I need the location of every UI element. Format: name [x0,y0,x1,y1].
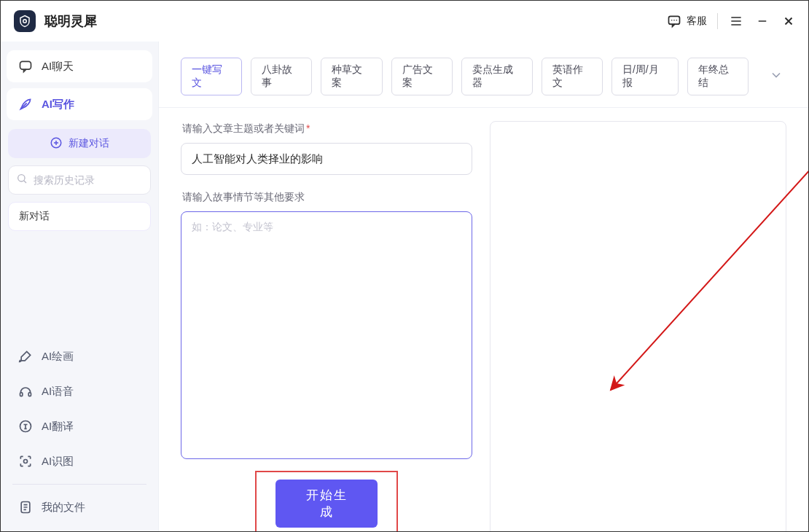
customer-service-label: 客服 [687,15,707,28]
new-chat-button[interactable]: 新建对话 [8,129,151,158]
tab-label: 年终总结 [698,63,729,88]
detail-textarea[interactable] [181,211,472,459]
search-icon [16,173,28,187]
sidebar-tool-label: 我的文件 [42,501,85,515]
tab-ad-copy[interactable]: 广告文案 [391,58,453,95]
submit-highlight-box: 开始生成 [255,471,398,532]
svg-point-11 [24,460,28,463]
main: AI聊天 AI写作 新建对话 [1,42,808,531]
content-columns: 请输入文章主题或者关键词* 请输入故事情节等其他要求 开始生成 [159,108,808,532]
brush-icon [18,349,33,364]
sidebar-tool-label: AI翻译 [42,420,74,434]
form-column: 请输入文章主题或者关键词* 请输入故事情节等其他要求 开始生成 [181,121,472,532]
expand-tabs-button[interactable] [766,65,786,88]
topic-input[interactable] [181,143,472,175]
topic-label: 请输入文章主题或者关键词* [182,122,472,136]
tab-english-essay[interactable]: 英语作文 [542,58,603,95]
sidebar-tool-label: AI识图 [42,455,74,469]
sidebar-item-write[interactable]: AI写作 [7,88,152,120]
search-input[interactable] [34,174,161,186]
search-history[interactable] [8,165,151,195]
template-tabs: 一键写文 八卦故事 种草文案 广告文案 卖点生成器 英语作文 日/周/月报 年终… [159,42,808,108]
titlebar-right: 客服 [666,13,797,29]
tab-report[interactable]: 日/周/月报 [611,58,679,95]
svg-rect-9 [28,393,31,396]
feather-icon [18,97,33,112]
titlebar-left: 聪明灵犀 [14,10,97,32]
customer-service-button[interactable]: 客服 [666,13,707,29]
svg-rect-5 [20,61,31,69]
plus-circle-icon [50,136,63,152]
tab-label: 一键写文 [192,63,222,88]
detail-label-text: 请输入故事情节等其他要求 [182,191,305,203]
preview-panel [490,121,786,532]
tab-label: 八卦故事 [262,63,292,88]
sidebar-tool-translate[interactable]: AI翻译 [7,411,152,442]
titlebar-divider [717,13,718,29]
svg-point-7 [18,175,25,181]
svg-point-0 [23,20,27,23]
sidebar-tool-label: AI绘画 [42,350,74,364]
tab-seed-copy[interactable]: 种草文案 [321,58,382,95]
sidebar-separator [12,484,146,485]
sidebar: AI聊天 AI写作 新建对话 [1,42,158,531]
translate-icon [18,419,33,434]
chat-icon [18,59,33,74]
tab-label: 广告文案 [402,63,433,88]
chevron-down-icon [769,72,783,85]
preview-column [490,121,786,532]
sidebar-tool-voice[interactable]: AI语音 [7,376,152,407]
app-name: 聪明灵犀 [44,12,97,30]
content: 一键写文 八卦故事 种草文案 广告文案 卖点生成器 英语作文 日/周/月报 年终… [158,42,808,531]
sidebar-spacer [7,231,152,341]
tab-label: 种草文案 [332,63,362,88]
new-chat-label: 新建对话 [69,137,109,150]
sidebar-tool-label: AI语音 [42,385,74,399]
tab-selling-point[interactable]: 卖点生成器 [461,58,533,95]
sidebar-tool-image[interactable]: AI识图 [7,446,152,477]
file-icon [18,500,33,515]
history-item[interactable]: 新对话 [8,202,151,231]
sidebar-item-label: AI聊天 [42,60,74,74]
detail-label: 请输入故事情节等其他要求 [182,191,472,204]
app-logo [14,10,36,32]
close-icon[interactable] [781,13,797,29]
sidebar-item-chat[interactable]: AI聊天 [7,50,152,82]
tab-label: 卖点生成器 [472,63,513,88]
tab-year-summary[interactable]: 年终总结 [687,58,749,95]
titlebar: 聪明灵犀 客服 [1,1,808,42]
headphones-icon [18,384,33,399]
minimize-icon[interactable] [754,13,770,29]
sidebar-tool-paint[interactable]: AI绘画 [7,341,152,372]
generate-button[interactable]: 开始生成 [275,480,378,528]
history-item-label: 新对话 [19,210,50,223]
topic-label-text: 请输入文章主题或者关键词 [182,122,305,134]
svg-point-4 [676,20,678,21]
tab-label: 日/周/月报 [622,63,659,88]
tab-onekey-write[interactable]: 一键写文 [181,58,242,95]
image-scan-icon [18,454,33,469]
sidebar-item-label: AI写作 [42,98,74,112]
sidebar-tool-files[interactable]: 我的文件 [7,492,152,523]
generate-button-label: 开始生成 [306,488,348,519]
required-star: * [306,122,310,134]
svg-rect-8 [20,393,23,396]
svg-point-2 [671,20,673,21]
tab-gossip-story[interactable]: 八卦故事 [251,58,312,95]
svg-point-3 [673,20,675,21]
chat-bubble-icon [666,13,682,29]
menu-icon[interactable] [728,13,744,29]
tab-label: 英语作文 [552,63,583,88]
